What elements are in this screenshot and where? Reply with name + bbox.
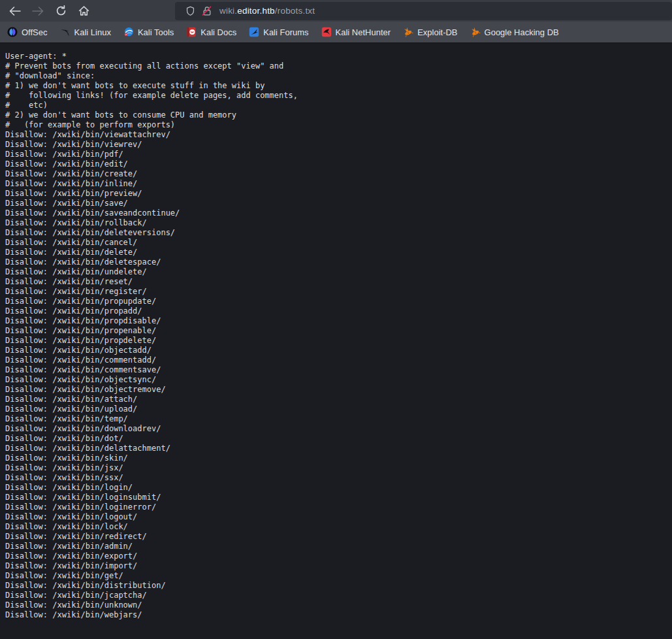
- home-icon: [78, 5, 89, 16]
- url-domain: editor.htb: [237, 6, 275, 16]
- bookmark-kali-forums[interactable]: Kali Forums: [249, 27, 308, 37]
- bookmark-label: Kali Forums: [263, 27, 308, 37]
- bookmark-kali-docs[interactable]: Kali Docs: [186, 27, 236, 37]
- google-hacking-db-icon: [470, 27, 481, 37]
- bookmark-label: Kali Tools: [138, 27, 174, 37]
- page-content: User-agent: * # Prevent bots from execut…: [0, 43, 672, 638]
- back-button[interactable]: [5, 2, 25, 20]
- insecure-lock-icon[interactable]: [199, 3, 216, 20]
- url-subdomain: wiki.: [219, 6, 237, 16]
- kali-forums-icon: [249, 27, 259, 37]
- home-button[interactable]: [74, 2, 93, 20]
- kali-tools-icon: [123, 27, 134, 37]
- kali-linux-icon: [60, 27, 71, 37]
- bookmark-offsec[interactable]: OffSec: [7, 27, 48, 37]
- bookmark-label: Kali Docs: [200, 27, 236, 37]
- reload-icon: [56, 5, 67, 16]
- bookmark-label: Google Hacking DB: [485, 27, 559, 37]
- bookmark-kali-linux[interactable]: Kali Linux: [60, 27, 111, 37]
- robots-txt-text: User-agent: * # Prevent bots from execut…: [0, 43, 672, 625]
- url-bar[interactable]: wiki.editor.htb/robots.txt: [175, 2, 672, 20]
- url-text: wiki.editor.htb/robots.txt: [219, 6, 315, 16]
- bookmarks-toolbar: OffSec Kali Linux Kali Tools: [0, 22, 672, 43]
- bookmark-label: Exploit-DB: [417, 27, 457, 37]
- browser-toolbar: wiki.editor.htb/robots.txt: [0, 0, 672, 22]
- bookmark-kali-tools[interactable]: Kali Tools: [123, 27, 174, 37]
- kali-docs-icon: [186, 27, 197, 37]
- forward-arrow-icon: [32, 7, 44, 16]
- bookmark-label: Kali NetHunter: [336, 27, 391, 37]
- reload-button[interactable]: [51, 2, 71, 20]
- bookmark-google-hacking-db[interactable]: Google Hacking DB: [470, 27, 559, 37]
- kali-nethunter-icon: [321, 27, 332, 37]
- forward-button[interactable]: [28, 2, 48, 20]
- offsec-icon: [7, 27, 18, 37]
- shield-icon[interactable]: [182, 3, 199, 20]
- bookmark-kali-nethunter[interactable]: Kali NetHunter: [321, 27, 391, 37]
- exploit-db-icon: [403, 27, 413, 37]
- url-path: /robots.txt: [275, 6, 315, 16]
- bookmark-label: OffSec: [22, 27, 48, 37]
- bookmark-label: Kali Linux: [74, 27, 111, 37]
- back-arrow-icon: [9, 7, 21, 16]
- bookmark-exploit-db[interactable]: Exploit-DB: [403, 27, 457, 37]
